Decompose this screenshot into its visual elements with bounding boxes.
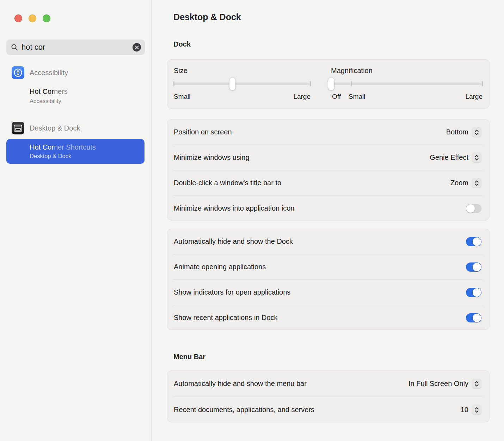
dock-behavior-card: Position on screen Bottom Minimize windo…: [167, 119, 490, 220]
row-recent-documents: Recent documents, applications, and serv…: [167, 397, 489, 423]
menubar-card: Automatically hide and show the menu bar…: [167, 370, 490, 422]
minimize-into-icon-toggle[interactable]: [466, 204, 481, 213]
position-stepper[interactable]: [472, 127, 481, 137]
toggle-knob: [473, 288, 481, 297]
row-label: Automatically hide and show the menu bar: [174, 380, 307, 388]
magnification-slider-thumb[interactable]: [328, 78, 334, 90]
slider-tick: [173, 81, 174, 86]
dock-section-header: Dock: [173, 40, 191, 48]
menubar-section-header: Menu Bar: [173, 353, 205, 361]
row-minimize-using: Minimize windows using Genie Effect: [167, 145, 489, 170]
search-field[interactable]: [6, 40, 145, 55]
row-minimize-into-icon: Minimize windows into application icon: [167, 196, 489, 221]
toggle-knob: [466, 204, 475, 213]
magnification-slider-track[interactable]: [331, 83, 483, 85]
size-slider-group: Size Small Large: [174, 67, 311, 101]
search-result-hot-corner-shortcuts-selected[interactable]: Hot Corner Shortcuts Desktop & Dock: [6, 139, 145, 164]
row-autohide-menubar: Automatically hide and show the menu bar…: [167, 371, 489, 397]
minimize-button[interactable]: [29, 14, 36, 22]
magnification-slider[interactable]: [331, 78, 483, 90]
row-label: Show recent applications in Dock: [174, 314, 278, 322]
show-indicators-toggle[interactable]: [466, 288, 481, 297]
row-label: Double-click a window's title bar to: [174, 179, 281, 187]
slider-tick: [310, 81, 311, 86]
slider-tick: [482, 81, 483, 86]
magnification-label: Magnification: [331, 67, 483, 75]
result-category: Desktop & Dock: [30, 153, 145, 159]
dock-sliders-card: Size Small Large Magnification Off: [167, 59, 490, 109]
row-autohide-dock: Automatically hide and show the Dock: [167, 229, 489, 254]
recent-documents-stepper[interactable]: [472, 405, 481, 415]
row-animate-opening: Animate opening applications: [167, 254, 489, 279]
row-position-on-screen: Position on screen Bottom: [167, 120, 489, 145]
result-category: Accessibility: [30, 98, 68, 104]
toggle-knob: [473, 237, 481, 246]
row-double-click-titlebar: Double-click a window's title bar to Zoo…: [167, 170, 489, 195]
result-title: Hot Corner Shortcuts: [30, 143, 145, 151]
animate-opening-toggle[interactable]: [466, 262, 481, 272]
minimize-effect-value: Genie Effect: [430, 153, 468, 162]
magnification-slider-group: Magnification Off Small Large: [331, 67, 483, 101]
result-title: Hot Corners: [30, 87, 68, 96]
minimize-effect-stepper[interactable]: [472, 153, 481, 162]
row-label: Recent documents, applications, and serv…: [174, 406, 314, 414]
sidebar-group-label: Desktop & Dock: [30, 124, 80, 132]
magnification-max-label: Large: [465, 93, 483, 101]
search-result-hot-corners[interactable]: Hot Corners Accessibility: [30, 87, 68, 104]
sidebar-group-accessibility[interactable]: Accessibility: [12, 66, 68, 79]
show-recent-toggle[interactable]: [466, 313, 481, 322]
position-value: Bottom: [446, 128, 468, 136]
recent-documents-value: 10: [461, 406, 468, 414]
desktop-dock-icon: [12, 122, 24, 134]
desktop-dock-pane: Desktop & Dock Dock Size Small Large Mag…: [152, 0, 504, 441]
search-input[interactable]: [21, 43, 133, 52]
toggle-knob: [473, 263, 481, 271]
double-click-stepper[interactable]: [472, 178, 481, 188]
row-show-recent: Show recent applications in Dock: [167, 305, 489, 330]
magnification-min-label: Small: [349, 93, 365, 101]
page-title: Desktop & Dock: [173, 12, 241, 22]
sidebar-group-label: Accessibility: [30, 69, 68, 77]
toggle-knob: [473, 314, 481, 322]
magnifier-icon: [11, 44, 18, 51]
magnification-off-label: Off: [332, 93, 341, 101]
magnification-slider-labels: Off Small Large: [331, 93, 483, 101]
autohide-dock-toggle[interactable]: [466, 237, 481, 246]
dock-toggles-card: Automatically hide and show the Dock Ani…: [167, 229, 490, 330]
row-label: Position on screen: [174, 128, 232, 136]
size-slider[interactable]: [174, 78, 311, 90]
slider-tick: [351, 81, 352, 86]
row-label: Minimize windows using: [174, 153, 250, 162]
double-click-value: Zoom: [450, 179, 468, 187]
sidebar-group-desktop-dock[interactable]: Desktop & Dock: [12, 122, 80, 134]
close-button[interactable]: [14, 14, 22, 22]
row-show-indicators: Show indicators for open applications: [167, 280, 489, 305]
autohide-menubar-stepper[interactable]: [472, 379, 481, 388]
size-label: Size: [174, 67, 311, 75]
row-label: Show indicators for open applications: [174, 288, 290, 296]
size-slider-track[interactable]: [174, 83, 311, 85]
window-controls: [14, 14, 50, 22]
row-label: Animate opening applications: [174, 263, 266, 271]
autohide-menubar-value: In Full Screen Only: [408, 380, 468, 388]
size-slider-thumb[interactable]: [229, 78, 235, 90]
settings-sidebar: Accessibility Hot Corners Accessibility …: [0, 0, 152, 441]
clear-search-icon[interactable]: [133, 43, 141, 52]
row-label: Minimize windows into application icon: [174, 204, 294, 212]
accessibility-icon: [12, 66, 24, 79]
zoom-button[interactable]: [43, 14, 50, 22]
size-min-label: Small: [174, 93, 191, 101]
size-slider-labels: Small Large: [174, 93, 311, 101]
size-max-label: Large: [293, 93, 311, 101]
row-label: Automatically hide and show the Dock: [174, 237, 293, 246]
